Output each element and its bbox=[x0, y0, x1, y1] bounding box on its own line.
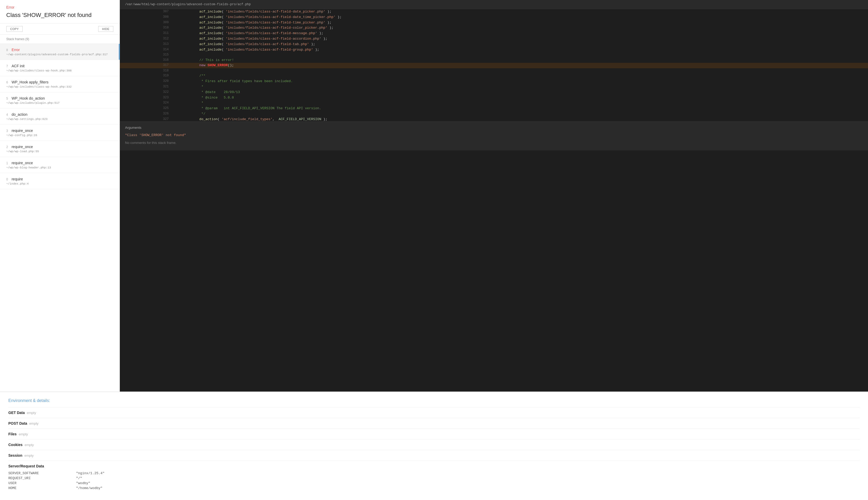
env-section-label: POST Data bbox=[8, 421, 27, 425]
code-view[interactable]: 307 acf_include( 'includes/fields/class-… bbox=[120, 9, 868, 121]
code-line: 319 /** bbox=[120, 73, 868, 79]
code-line: 316 // This is error! bbox=[120, 58, 868, 63]
line-code: acf_include( 'includes/fields/class-acf-… bbox=[173, 42, 868, 47]
stack-frames-list: 8 Error ~/wp-content/plugins/advanced-cu… bbox=[0, 44, 120, 391]
line-number: 322 bbox=[120, 90, 173, 95]
env-section-status: empty bbox=[24, 443, 34, 447]
line-code: * Fires after field types have been incl… bbox=[173, 79, 868, 84]
stack-frame[interactable]: 0 require ~/index.php:4 bbox=[0, 173, 120, 189]
line-number: 327 bbox=[120, 117, 173, 121]
line-code bbox=[173, 53, 868, 57]
server-data-row: HOME "/home/wodby" bbox=[8, 486, 860, 491]
env-section-label: GET Data bbox=[8, 411, 25, 415]
line-number: 316 bbox=[120, 58, 173, 63]
stack-frame[interactable]: 7 ACF init ~/wp/wp-includes/class-wp-hoo… bbox=[0, 60, 120, 76]
env-title: Environment & details: bbox=[8, 398, 860, 403]
arguments-section: Arguments "Class 'SHOW_ERROR' not found"… bbox=[120, 121, 868, 150]
stack-frame[interactable]: 3 require_once ~/wp-config.php:26 bbox=[0, 125, 120, 141]
error-label: Error bbox=[6, 5, 113, 9]
line-number: 313 bbox=[120, 42, 173, 47]
line-code: /** bbox=[173, 73, 868, 79]
arguments-title: Arguments bbox=[125, 126, 863, 129]
code-line: 317 new SHOW_ERROR(); bbox=[120, 63, 868, 68]
line-code: new SHOW_ERROR(); bbox=[173, 63, 868, 68]
frame-number: 2 bbox=[6, 145, 10, 149]
frame-number: 5 bbox=[6, 97, 10, 100]
frame-name: ACF init bbox=[11, 64, 24, 68]
line-number: 326 bbox=[120, 111, 173, 117]
code-table: 307 acf_include( 'includes/fields/class-… bbox=[120, 9, 868, 121]
code-line: 321 * bbox=[120, 84, 868, 90]
frame-name: require_once bbox=[11, 128, 33, 133]
frame-name: require bbox=[11, 177, 23, 181]
frame-path: ~/wp/wp-includes/class-wp-hook.php:308 bbox=[6, 69, 113, 72]
server-data-value: "wodby" bbox=[76, 481, 90, 485]
code-line: 320 * Fires after field types have been … bbox=[120, 79, 868, 84]
env-section: Files empty bbox=[8, 429, 860, 439]
code-line: 309 acf_include( 'includes/fields/class-… bbox=[120, 20, 868, 25]
server-data-row: SERVER_SOFTWARE "nginx/1.25.4" bbox=[8, 471, 860, 476]
frame-name: WP_Hook apply_filters bbox=[11, 80, 48, 84]
line-number: 315 bbox=[120, 53, 173, 57]
line-number: 320 bbox=[120, 79, 173, 84]
stack-frame[interactable]: 2 require_once ~/wp/wp-load.php:55 bbox=[0, 141, 120, 157]
line-code: acf_include( 'includes/fields/class-acf-… bbox=[173, 31, 868, 36]
stack-frame[interactable]: 8 Error ~/wp-content/plugins/advanced-cu… bbox=[0, 44, 120, 60]
env-section: Cookies empty bbox=[8, 439, 860, 450]
server-data-key: USER bbox=[8, 481, 76, 485]
line-number: 308 bbox=[120, 15, 173, 20]
frame-path: ~/wp-config.php:26 bbox=[6, 134, 113, 137]
env-section-status: empty bbox=[27, 411, 36, 415]
env-section-label: Session bbox=[8, 453, 22, 457]
copy-button[interactable]: COPY bbox=[6, 26, 23, 32]
frame-path: ~/wp/wp-settings.php:623 bbox=[6, 117, 113, 121]
env-section-status: empty bbox=[29, 422, 38, 425]
line-code: * bbox=[173, 84, 868, 90]
code-line: 322 * @date 28/09/13 bbox=[120, 90, 868, 95]
line-number: 321 bbox=[120, 84, 173, 90]
code-line: 307 acf_include( 'includes/fields/class-… bbox=[120, 9, 868, 15]
code-line: 325 * @param int ACF_FIELD_API_VERSION T… bbox=[120, 106, 868, 111]
stack-frame[interactable]: 4 do_action ~/wp/wp-settings.php:623 bbox=[0, 109, 120, 125]
line-number: 325 bbox=[120, 106, 173, 111]
server-data-section: Server/Request Data SERVER_SOFTWARE "ngi… bbox=[8, 461, 860, 494]
line-code: * @date 28/09/13 bbox=[173, 90, 868, 95]
error-header: Error Class 'SHOW_ERROR' not found bbox=[0, 0, 120, 23]
error-title: Class 'SHOW_ERROR' not found bbox=[6, 11, 113, 19]
code-line: 311 acf_include( 'includes/fields/class-… bbox=[120, 31, 868, 36]
stack-frame[interactable]: 6 WP_Hook apply_filters ~/wp/wp-includes… bbox=[0, 76, 120, 92]
frame-path: ~/index.php:4 bbox=[6, 182, 113, 185]
line-number: 317 bbox=[120, 63, 173, 68]
env-section-status: empty bbox=[24, 454, 34, 457]
line-code: do_action( 'acf/include_field_types', AC… bbox=[173, 117, 868, 121]
server-data-key: SERVER_SOFTWARE bbox=[8, 471, 76, 475]
line-code: acf_include( 'includes/fields/class-acf-… bbox=[173, 20, 868, 25]
code-line: 318 bbox=[120, 68, 868, 73]
env-section-label: Files bbox=[8, 432, 17, 436]
code-line: 314 acf_include( 'includes/fields/class-… bbox=[120, 47, 868, 53]
env-section-label: Cookies bbox=[8, 443, 22, 447]
right-panel: /var/www/html/wp-content/plugins/advance… bbox=[120, 0, 868, 391]
frame-number: 0 bbox=[6, 178, 10, 181]
frame-number: 7 bbox=[6, 65, 10, 68]
stack-frame[interactable]: 1 require_once ~/wp/wp-blog-header.php:1… bbox=[0, 157, 120, 173]
frame-name: require_once bbox=[11, 145, 33, 149]
argument-value: "Class 'SHOW_ERROR' not found" bbox=[125, 132, 863, 138]
line-number: 311 bbox=[120, 31, 173, 36]
frame-number: 6 bbox=[6, 81, 10, 84]
frame-path: ~/wp-content/plugins/advanced-custom-fie… bbox=[6, 53, 113, 56]
frame-name: WP_Hook do_action bbox=[11, 96, 45, 100]
server-data-value: "/" bbox=[76, 476, 82, 480]
server-data-value: "/home/wodby" bbox=[76, 486, 102, 490]
server-data-title: Server/Request Data bbox=[8, 464, 860, 468]
stack-frames-header: Stack frames (9) bbox=[0, 35, 120, 44]
line-number: 323 bbox=[120, 95, 173, 101]
line-number: 319 bbox=[120, 73, 173, 79]
code-line: 313 acf_include( 'includes/fields/class-… bbox=[120, 42, 868, 47]
line-number: 318 bbox=[120, 68, 173, 73]
frame-name: require_once bbox=[11, 161, 33, 165]
stack-frame[interactable]: 5 WP_Hook do_action ~/wp/wp-includes/plu… bbox=[0, 92, 120, 109]
frame-path: ~/wp/wp-blog-header.php:13 bbox=[6, 166, 113, 169]
server-data-key: HOME bbox=[8, 486, 76, 490]
hide-button[interactable]: HIDE bbox=[98, 26, 113, 32]
